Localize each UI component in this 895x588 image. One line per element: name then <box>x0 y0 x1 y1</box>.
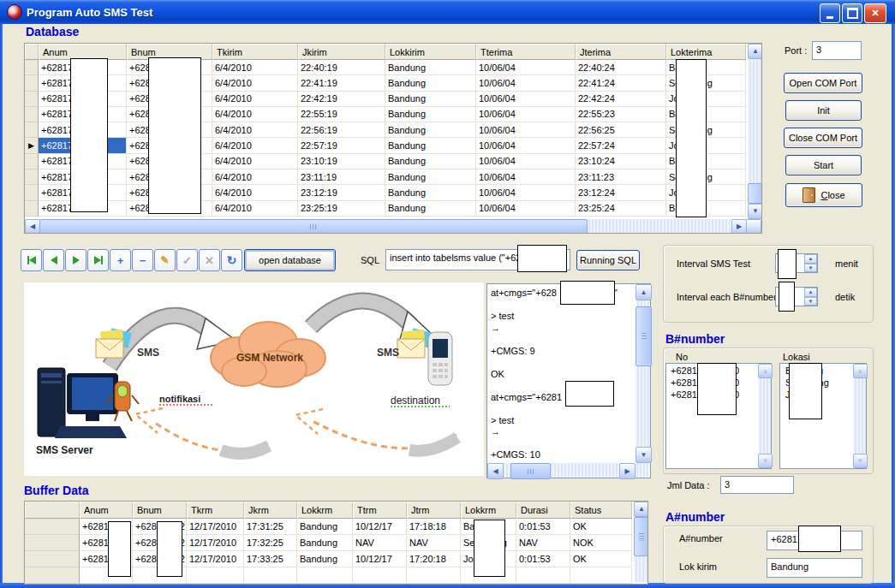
col-header-lokkrm[interactable]: Lokkrm <box>297 502 353 519</box>
row-indicator[interactable] <box>25 201 39 217</box>
cell[interactable]: 6/4/2010 <box>212 92 298 107</box>
scroll-right-icon[interactable]: ▶ <box>619 463 635 479</box>
cell[interactable]: 10/06/04 <box>476 201 576 217</box>
row-indicator[interactable] <box>25 92 39 107</box>
cell[interactable]: 6/4/2010 <box>212 122 298 138</box>
cell[interactable]: 10/12/17 <box>353 519 407 535</box>
row-indicator[interactable] <box>25 535 80 551</box>
lokasi-list-scrollbar[interactable]: ▲ ▼ <box>853 364 866 466</box>
last-record-button[interactable] <box>87 249 109 271</box>
cell[interactable]: 6/4/2010 <box>212 138 298 153</box>
table-row[interactable]: +62817+62816/4/201023:12:19Bandung10/06/… <box>25 185 746 200</box>
prior-record-button[interactable] <box>43 249 64 271</box>
col-header-durasi[interactable]: Durasi <box>516 502 570 519</box>
cell[interactable]: 6/4/2010 <box>212 201 298 217</box>
row-indicator[interactable] <box>25 185 39 200</box>
table-row[interactable]: +62817+62816/4/201022:42:19Bandung10/06/… <box>25 92 746 107</box>
cell[interactable]: Bandung <box>385 138 476 153</box>
cell[interactable]: 10/06/04 <box>476 122 576 138</box>
cell[interactable]: 6/4/2010 <box>212 154 298 169</box>
cell[interactable]: 23:10:19 <box>298 154 385 169</box>
cell[interactable] <box>187 567 244 584</box>
scroll-up-icon[interactable]: ▲ <box>634 502 648 517</box>
cell[interactable]: Bandung <box>385 154 476 169</box>
table-row[interactable]: +62817+62816/4/201022:40:19Bandung10/06/… <box>25 60 746 75</box>
cell[interactable]: Bandung <box>385 169 476 185</box>
cell[interactable]: 12/17/2010 <box>187 551 244 567</box>
cell[interactable]: 12/17/2010 <box>187 535 244 551</box>
col-header-bnum[interactable]: Bnum <box>133 502 187 519</box>
table-row[interactable]: +62817+62816/4/201023:11:19Bandung10/06/… <box>25 169 746 185</box>
row-indicator[interactable] <box>25 107 39 122</box>
delete-record-button[interactable]: − <box>132 249 153 271</box>
cell[interactable]: 23:11:23 <box>576 169 666 185</box>
cell[interactable]: 10/06/04 <box>476 138 576 153</box>
scroll-right-icon[interactable]: ▶ <box>731 219 747 234</box>
cell[interactable]: 23:25:24 <box>576 201 666 217</box>
col-header-jkirim[interactable]: Jkirim <box>298 44 385 60</box>
cell[interactable] <box>570 567 632 584</box>
table-row[interactable]: +62817+62816/4/201023:25:19Bandung10/06/… <box>25 201 746 217</box>
cell[interactable]: 22:42:24 <box>576 92 666 107</box>
cell[interactable]: 6/4/2010 <box>212 169 298 185</box>
cell[interactable]: 22:57:24 <box>576 138 666 153</box>
cell[interactable]: 22:57:19 <box>298 138 385 153</box>
cell[interactable]: NAV <box>407 535 461 551</box>
col-header-lokterima[interactable]: Lokterima <box>666 44 746 60</box>
spin-down-icon[interactable]: ▼ <box>804 264 817 273</box>
cancel-edit-button[interactable]: ✕ <box>199 249 220 271</box>
cell[interactable]: 10/06/04 <box>476 75 576 91</box>
post-edit-button[interactable]: ✓ <box>176 249 198 271</box>
cell[interactable]: 17:20:18 <box>407 551 461 567</box>
cell[interactable]: 10/06/04 <box>476 169 576 185</box>
cell[interactable]: Bandung <box>385 92 476 107</box>
cell[interactable]: 22:41:24 <box>576 75 666 91</box>
col-header-tkirim[interactable]: Tkirim <box>212 44 298 60</box>
spin-up-icon[interactable]: ▲ <box>804 288 817 297</box>
cell[interactable]: 17:33:25 <box>244 551 297 567</box>
row-indicator[interactable] <box>25 75 39 91</box>
vscroll-thumb[interactable] <box>748 183 762 204</box>
cell[interactable]: Bandung <box>297 551 353 567</box>
jml-data-input[interactable]: 3 <box>720 476 794 494</box>
row-indicator[interactable] <box>25 60 39 75</box>
cell[interactable] <box>353 567 407 584</box>
cell[interactable]: 22:55:19 <box>298 107 385 122</box>
cell[interactable]: 23:11:19 <box>298 169 385 185</box>
cell[interactable]: 6/4/2010 <box>212 185 298 200</box>
cell[interactable]: 22:56:19 <box>298 122 385 138</box>
refresh-button[interactable]: ↻ <box>221 249 242 271</box>
spin-up-icon[interactable]: ▲ <box>804 254 817 264</box>
hscroll-thumb[interactable] <box>510 463 551 479</box>
close-com-port-button[interactable]: Close COM Port <box>784 128 862 148</box>
vscroll-thumb[interactable] <box>635 306 652 366</box>
col-header-ttrm[interactable]: Ttrm <box>353 502 407 519</box>
scroll-down-icon[interactable]: ▼ <box>748 204 762 219</box>
start-button[interactable]: Start <box>785 155 862 175</box>
table-row[interactable]: ▶+62817+62816/4/201022:57:19Bandung10/06… <box>25 138 746 153</box>
row-indicator[interactable]: ▶ <box>25 138 39 153</box>
lok-kirim-input[interactable]: Bandung <box>767 558 862 578</box>
scroll-up-icon[interactable]: ▲ <box>748 44 762 59</box>
cell[interactable] <box>407 567 461 584</box>
edit-record-button[interactable]: ✎ <box>154 249 176 271</box>
col-header-jterima[interactable]: Jterima <box>576 44 666 60</box>
cell[interactable]: NAV <box>353 535 407 551</box>
cell[interactable]: 10/06/04 <box>476 92 576 107</box>
cell[interactable]: 22:42:19 <box>298 92 385 107</box>
first-record-button[interactable] <box>21 249 42 271</box>
table-row[interactable]: +62817+62816/4/201022:55:19Bandung10/06/… <box>25 107 746 122</box>
scroll-down-icon[interactable]: ▼ <box>853 454 868 468</box>
cell[interactable]: 6/4/2010 <box>212 60 298 75</box>
row-indicator[interactable] <box>25 519 80 535</box>
scroll-up-icon[interactable]: ▲ <box>853 364 868 378</box>
cell[interactable]: Bandung <box>385 75 476 91</box>
row-indicator[interactable] <box>25 154 39 169</box>
scroll-up-icon[interactable]: ▲ <box>758 364 773 378</box>
cell[interactable]: 0:01:53 <box>516 551 570 567</box>
col-header-jtrm[interactable]: Jtrm <box>407 502 461 519</box>
cell[interactable] <box>244 567 297 584</box>
cell[interactable]: Bandung <box>385 107 476 122</box>
col-header-anum[interactable]: Anum <box>80 502 133 519</box>
cell[interactable]: 22:56:25 <box>576 122 666 138</box>
